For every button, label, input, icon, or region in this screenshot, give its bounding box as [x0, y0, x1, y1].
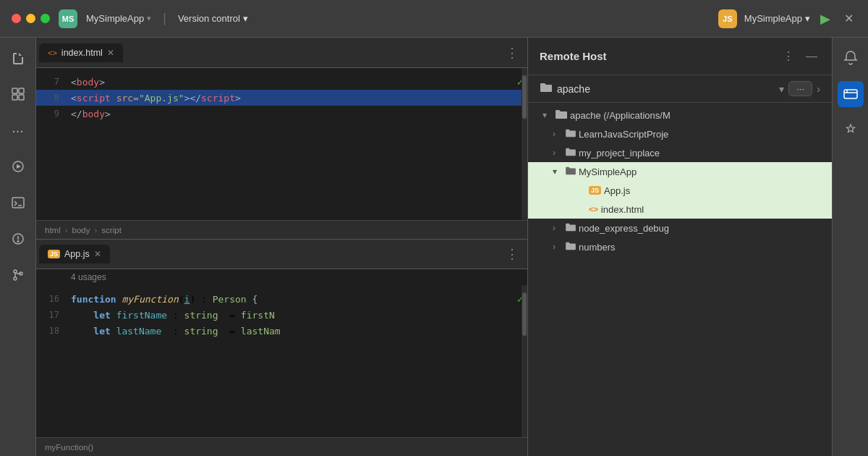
tree-index-html-label: index.html [601, 204, 644, 215]
tree-learn-js-label: LearnJavaScriptProje [579, 129, 668, 140]
tab-close-icon[interactable]: ✕ [107, 48, 114, 58]
tree-folder-apache-icon [556, 109, 567, 122]
sidebar-item-terminal[interactable] [5, 190, 31, 216]
tree-item-mysimpleapp[interactable]: ▾ MySimpleApp [528, 162, 832, 181]
tree-item-apache-root[interactable]: ▾ apache (/Applications/M [528, 106, 832, 124]
apache-selector[interactable]: apache ▾ ··· › [528, 75, 832, 103]
scrollbar-thumb-1[interactable] [522, 75, 527, 119]
play-button[interactable]: ▶ [817, 11, 833, 27]
code-line-16: 16 function myFunction(i) : Person { ✓ [36, 291, 527, 307]
tab-bar-more-button[interactable]: ⋮ [500, 45, 524, 61]
scrollbar-track-1[interactable] [522, 68, 527, 220]
title-separator: | [163, 11, 166, 26]
tree-item-learn-js[interactable]: › LearnJavaScriptProje [528, 124, 832, 143]
apache-label: apache [557, 83, 775, 95]
remote-host-header: Remote Host ⋮ — [528, 38, 832, 75]
tree-chevron-node-express: › [553, 223, 563, 233]
svg-marker-5 [17, 164, 21, 169]
tree-item-node-express[interactable]: › node_express_debug [528, 219, 832, 237]
apache-more-button[interactable]: ··· [788, 81, 812, 96]
tree-chevron-learn-js: › [553, 129, 563, 139]
sidebar-item-layout[interactable] [5, 81, 31, 107]
tree-folder-learn-js-icon [566, 128, 576, 140]
svg-rect-2 [12, 95, 17, 100]
line-num-9: 9 [36, 109, 71, 119]
tab-index-html[interactable]: <> index.html ✕ [39, 43, 123, 62]
line-content-18: let lastName : string = lastNam [71, 326, 527, 337]
html-tab-icon: <> [48, 48, 57, 57]
line-content-8: <script src="App.js"></script> [71, 93, 527, 104]
breadcrumb-script: script [101, 226, 121, 235]
scrollbar-track-2[interactable] [522, 285, 527, 437]
svg-rect-15 [844, 90, 857, 98]
main-layout: ··· [0, 38, 868, 456]
svg-rect-3 [19, 95, 24, 100]
line-content-7: <body> [71, 77, 513, 88]
remote-host-minimize-button[interactable]: — [803, 48, 820, 65]
tree-item-app-js[interactable]: › JS App.js [528, 181, 832, 200]
traffic-lights [12, 14, 50, 23]
usage-hint: 4 usages [36, 269, 527, 285]
notification-icon[interactable] [838, 45, 864, 71]
tree-js-badge: JS [589, 186, 601, 195]
apache-chevron-icon[interactable]: ▾ [779, 83, 784, 95]
tree-numbers-label: numbers [579, 242, 616, 253]
line-content-17: let firstName : string = firstN [71, 310, 527, 321]
app-icon: MS [59, 9, 77, 28]
ai-icon[interactable] [838, 117, 864, 143]
tab-bar-2-more-button[interactable]: ⋮ [500, 246, 524, 262]
scrollbar-thumb-2[interactable] [522, 292, 527, 336]
titlebar-right: JS MySimpleApp ▾ ▶ ✕ [718, 9, 856, 28]
breadcrumb-1: html › body › script [36, 220, 527, 239]
tree-node-express-label: node_express_debug [579, 223, 669, 234]
sidebar-item-more[interactable]: ··· [5, 117, 31, 143]
js-tab-icon: JS [48, 250, 60, 258]
line-num-8: 8 [36, 93, 71, 103]
line-num-18: 18 [36, 326, 71, 336]
breadcrumb-2: myFunction() [36, 437, 527, 456]
tab-app-js-close-icon[interactable]: ✕ [94, 249, 101, 259]
app-chevron-icon: ▾ [147, 14, 151, 23]
editor-area: <> index.html ✕ ⋮ 7 <body> ✓ 8 [36, 38, 528, 456]
stop-button[interactable]: ✕ [841, 11, 856, 27]
version-chevron-icon: ▾ [243, 13, 248, 24]
remote-icon[interactable] [838, 81, 864, 107]
sidebar-item-git[interactable] [5, 262, 31, 288]
svg-point-11 [14, 270, 17, 273]
minimize-button[interactable] [26, 14, 35, 23]
tree-item-numbers[interactable]: › numbers [528, 237, 832, 256]
sidebar-item-files[interactable] [5, 45, 31, 71]
code-line-7: 7 <body> ✓ [36, 74, 527, 90]
apache-forward-icon[interactable]: › [817, 83, 820, 95]
line-num-7: 7 [36, 77, 71, 87]
tree-chevron-apache: ▾ [542, 110, 553, 120]
svg-point-12 [14, 277, 17, 280]
code-line-9: 9 </body> [36, 106, 527, 122]
remote-host-more-button[interactable]: ⋮ [780, 48, 797, 65]
code-editor-2: 16 function myFunction(i) : Person { ✓ 1… [36, 285, 527, 437]
tree-item-index-html[interactable]: › <> index.html [528, 200, 832, 219]
run-icon: JS [718, 9, 737, 28]
run-app-name[interactable]: MySimpleApp ▾ [744, 13, 810, 24]
tree-app-js-label: App.js [604, 185, 630, 196]
tree-folder-my-project-icon [566, 147, 576, 159]
sidebar-item-run[interactable] [5, 153, 31, 180]
line-content-16: function myFunction(i) : Person { [71, 294, 513, 305]
tree-item-my-project[interactable]: › my_project_inplace [528, 143, 832, 162]
tree-folder-mysimpleapp-icon [566, 166, 576, 177]
tree-html-badge: <> [589, 205, 598, 214]
maximize-button[interactable] [41, 14, 50, 23]
remote-host-title: Remote Host [540, 50, 774, 62]
breadcrumb-html: html [45, 226, 61, 235]
tree-mysimpleapp-label: MySimpleApp [579, 166, 637, 177]
line-num-16: 16 [36, 294, 71, 304]
app-name-label[interactable]: MySimpleApp ▾ [86, 13, 151, 24]
svg-rect-1 [19, 88, 24, 93]
close-button[interactable] [12, 14, 21, 23]
code-line-18: 18 let lastName : string = lastNam [36, 323, 527, 339]
tree-folder-node-express-icon [566, 222, 576, 234]
apache-folder-icon [540, 82, 553, 96]
tab-app-js[interactable]: JS App.js ✕ [39, 245, 110, 263]
version-control-label[interactable]: Version control ▾ [178, 13, 248, 24]
sidebar-item-error[interactable] [5, 226, 31, 252]
